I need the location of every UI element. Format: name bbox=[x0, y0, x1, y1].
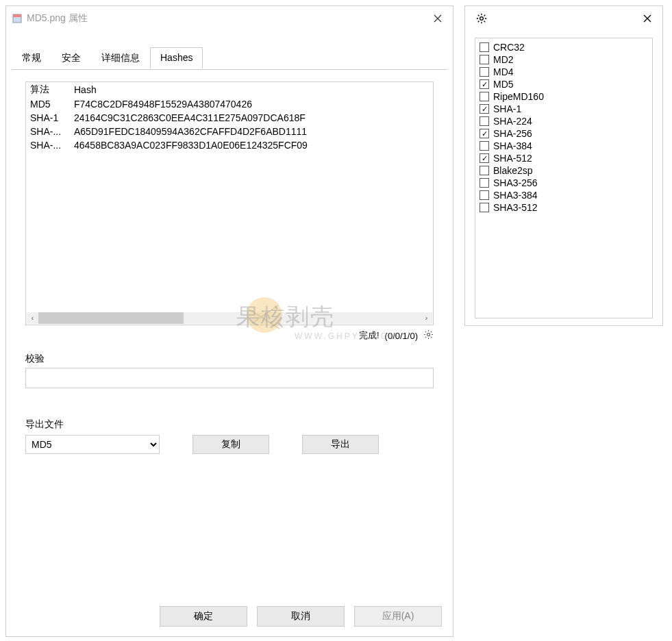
checkbox-icon[interactable] bbox=[480, 79, 489, 89]
algorithm-label: MD2 bbox=[493, 54, 514, 65]
checkbox-icon[interactable] bbox=[480, 104, 489, 114]
algorithm-checklist: CRC32MD2MD4MD5RipeMD160SHA-1SHA-224SHA-2… bbox=[475, 38, 653, 318]
checkbox-icon[interactable] bbox=[480, 166, 489, 175]
checkbox-icon[interactable] bbox=[480, 129, 489, 138]
algorithm-label: SHA-1 bbox=[493, 103, 521, 114]
algorithm-checkbox-ripemd160[interactable]: RipeMD160 bbox=[480, 90, 648, 103]
settings-gear-icon[interactable] bbox=[423, 329, 434, 342]
algorithm-checkbox-blake2sp[interactable]: Blake2sp bbox=[480, 164, 648, 177]
ok-button[interactable]: 确定 bbox=[160, 606, 247, 627]
checkbox-icon[interactable] bbox=[480, 190, 489, 200]
scroll-right-icon[interactable]: › bbox=[421, 312, 432, 324]
checkbox-icon[interactable] bbox=[480, 67, 489, 77]
algorithm-label: SHA3-512 bbox=[493, 202, 538, 213]
export-button[interactable]: 导出 bbox=[302, 435, 379, 454]
algorithm-checkbox-crc32[interactable]: CRC32 bbox=[480, 41, 648, 53]
checkbox-icon[interactable] bbox=[480, 55, 489, 64]
tab-security[interactable]: 安全 bbox=[51, 47, 91, 68]
algorithm-checkbox-sha-224[interactable]: SHA-224 bbox=[480, 115, 648, 127]
apply-button[interactable]: 应用(A) bbox=[354, 606, 442, 627]
tab-general[interactable]: 常规 bbox=[12, 47, 51, 68]
file-icon bbox=[12, 13, 23, 24]
settings-close-button[interactable] bbox=[632, 6, 662, 31]
table-row[interactable]: MD5F74C8C2DF84948F15529A43807470426 bbox=[26, 97, 433, 111]
checkbox-icon[interactable] bbox=[480, 116, 489, 126]
svg-rect-1 bbox=[13, 14, 21, 17]
algorithm-checkbox-sha-256[interactable]: SHA-256 bbox=[480, 127, 648, 140]
algorithm-label: CRC32 bbox=[493, 42, 525, 53]
algorithm-checkbox-sha3-384[interactable]: SHA3-384 bbox=[480, 189, 648, 201]
algorithm-label: SHA3-256 bbox=[493, 177, 538, 188]
col-hash[interactable]: Hash bbox=[70, 82, 433, 97]
export-file-label: 导出文件 bbox=[25, 418, 434, 431]
algorithm-checkbox-sha3-256[interactable]: SHA3-256 bbox=[480, 177, 648, 189]
titlebar: MD5.png 属性 bbox=[6, 6, 453, 31]
algorithm-checkbox-sha3-512[interactable]: SHA3-512 bbox=[480, 201, 648, 214]
checkbox-icon[interactable] bbox=[480, 178, 489, 188]
col-algo[interactable]: 算法 bbox=[26, 82, 70, 97]
table-row[interactable]: SHA-...A65D91FEDC18409594A362CFAFFD4D2F6… bbox=[26, 125, 433, 138]
algorithm-label: MD5 bbox=[493, 79, 514, 90]
algorithm-label: SHA-224 bbox=[493, 116, 532, 127]
status-done-label: 完成! bbox=[359, 329, 379, 342]
export-format-select[interactable]: MD5 bbox=[25, 435, 160, 454]
table-row[interactable]: SHA-124164C9C31C2863C0EEA4C311E275A097DC… bbox=[26, 111, 433, 125]
checkbox-icon[interactable] bbox=[480, 42, 489, 52]
algorithm-label: MD4 bbox=[493, 66, 514, 77]
checkbox-icon[interactable] bbox=[480, 141, 489, 151]
checkbox-icon[interactable] bbox=[480, 92, 489, 101]
algorithm-label: Blake2sp bbox=[493, 165, 533, 176]
tab-hashes[interactable]: Hashes bbox=[150, 47, 203, 68]
horizontal-scrollbar[interactable]: ‹ › bbox=[27, 312, 432, 324]
tab-details[interactable]: 详细信息 bbox=[91, 47, 150, 68]
algorithm-checkbox-md5[interactable]: MD5 bbox=[480, 78, 648, 90]
dialog-buttons: 确定 取消 应用(A) bbox=[6, 598, 453, 636]
algorithm-label: SHA-512 bbox=[493, 153, 532, 164]
settings-window: CRC32MD2MD4MD5RipeMD160SHA-1SHA-224SHA-2… bbox=[464, 5, 663, 326]
gear-icon bbox=[472, 9, 491, 28]
svg-point-2 bbox=[427, 333, 430, 336]
tabs: 常规 安全 详细信息 Hashes bbox=[6, 47, 453, 69]
table-header-row: 算法 Hash bbox=[26, 82, 433, 97]
algorithm-checkbox-md2[interactable]: MD2 bbox=[480, 53, 648, 66]
close-button[interactable] bbox=[423, 6, 453, 31]
cancel-button[interactable]: 取消 bbox=[257, 606, 345, 627]
algorithm-label: SHA-256 bbox=[493, 128, 532, 139]
algorithm-checkbox-sha-512[interactable]: SHA-512 bbox=[480, 152, 648, 164]
svg-point-3 bbox=[480, 17, 484, 21]
properties-window: MD5.png 属性 常规 安全 详细信息 Hashes 算法 Hash MD5… bbox=[5, 5, 453, 637]
scroll-thumb[interactable] bbox=[38, 312, 184, 324]
status-count: (0/0/1/0) bbox=[385, 331, 418, 341]
algorithm-label: RipeMD160 bbox=[493, 91, 544, 102]
window-title: MD5.png 属性 bbox=[27, 12, 423, 25]
hash-listview[interactable]: 算法 Hash MD5F74C8C2DF84948F15529A43807470… bbox=[25, 81, 434, 325]
verify-label: 校验 bbox=[25, 353, 434, 365]
table-row[interactable]: SHA-...46458BC83A9AC023FF9833D1A0E06E124… bbox=[26, 138, 433, 152]
tab-content: 算法 Hash MD5F74C8C2DF84948F15529A43807470… bbox=[6, 69, 453, 454]
algorithm-checkbox-md4[interactable]: MD4 bbox=[480, 66, 648, 78]
algorithm-checkbox-sha-1[interactable]: SHA-1 bbox=[480, 103, 648, 115]
checkbox-icon[interactable] bbox=[480, 203, 489, 212]
verify-input[interactable] bbox=[25, 368, 434, 388]
copy-button[interactable]: 复制 bbox=[192, 435, 269, 454]
settings-titlebar bbox=[465, 6, 662, 31]
algorithm-label: SHA3-384 bbox=[493, 190, 538, 201]
algorithm-checkbox-sha-384[interactable]: SHA-384 bbox=[480, 140, 648, 152]
algorithm-label: SHA-384 bbox=[493, 140, 532, 151]
status-row: 完成! (0/0/1/0) bbox=[25, 325, 434, 346]
checkbox-icon[interactable] bbox=[480, 153, 489, 163]
scroll-left-icon[interactable]: ‹ bbox=[27, 312, 38, 324]
